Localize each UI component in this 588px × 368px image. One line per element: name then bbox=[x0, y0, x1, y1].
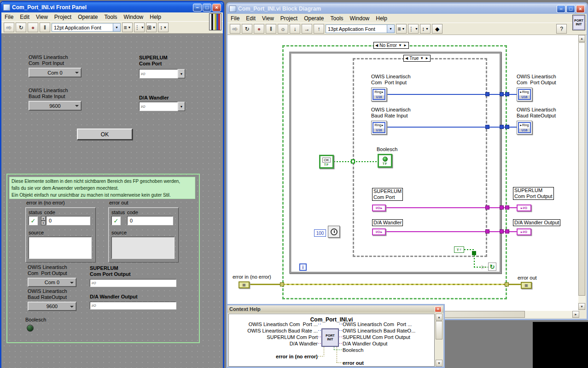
menu-view[interactable]: View bbox=[33, 13, 51, 21]
owis-baud-out-terminal[interactable]: ▸RingU16 bbox=[517, 121, 532, 134]
close-button[interactable]: × bbox=[435, 306, 442, 312]
dropdown-button[interactable]: ▼ bbox=[178, 69, 185, 78]
da-wandler-visa-terminal[interactable]: I/O▸ bbox=[372, 228, 386, 235]
loop-condition-terminal[interactable]: ↻ bbox=[488, 263, 496, 271]
iteration-terminal[interactable]: i bbox=[299, 263, 307, 271]
case-next-icon[interactable]: ► bbox=[403, 43, 407, 47]
da-out-terminal[interactable]: ▸I/O bbox=[517, 228, 531, 235]
increment-icon[interactable]: ▲ bbox=[41, 216, 46, 221]
align-objects-dropdown[interactable]: ≡▼ bbox=[122, 23, 133, 32]
reorder-dropdown[interactable]: ↕▼ bbox=[420, 24, 431, 34]
minimize-button[interactable]: – bbox=[557, 5, 565, 13]
inner-case-selector-label[interactable]: True bbox=[409, 56, 419, 61]
menu-operate[interactable]: Operate bbox=[75, 13, 101, 21]
wait-ms-constant[interactable]: 100 bbox=[314, 229, 326, 237]
vi-icon-pane[interactable] bbox=[209, 13, 221, 30]
run-continuous-button[interactable]: ↻ bbox=[242, 24, 252, 34]
error-in-code-field[interactable]: 0 bbox=[46, 216, 90, 225]
menu-window[interactable]: Window bbox=[347, 15, 373, 22]
owis-baud-in-terminal[interactable]: Ring▸U16 bbox=[371, 121, 387, 134]
owis-baud-in-dropdown[interactable]: 9600 bbox=[29, 101, 82, 111]
scroll-down-button[interactable]: ▼ bbox=[436, 360, 442, 367]
run-button[interactable]: ⇨ bbox=[4, 23, 14, 32]
code-spinner[interactable]: ▲ ▼ bbox=[41, 216, 46, 225]
chevron-down-icon[interactable]: ▼ bbox=[113, 23, 120, 31]
menu-help[interactable]: Help bbox=[373, 15, 390, 22]
context-help-scrollbar[interactable]: ▲ ▼ bbox=[436, 314, 442, 367]
menu-project[interactable]: Project bbox=[277, 15, 301, 22]
minimize-button[interactable]: – bbox=[193, 4, 202, 12]
dropdown-button[interactable]: ▼ bbox=[178, 102, 185, 111]
reorder-dropdown[interactable]: ↕▼ bbox=[158, 23, 169, 32]
pause-button[interactable]: ‖ bbox=[40, 23, 50, 32]
error-in-status-indicator[interactable]: ✓ bbox=[29, 216, 38, 225]
close-button[interactable]: × bbox=[212, 4, 221, 12]
run-button[interactable]: ⇨ bbox=[230, 24, 240, 34]
ok-button-terminal[interactable]: OK TF bbox=[319, 155, 334, 169]
superlum-out-terminal[interactable]: ▸I/O bbox=[517, 204, 531, 211]
context-help-titlebar[interactable]: Context Help × bbox=[227, 305, 443, 313]
block-diagram-titlebar[interactable]: Com_Port_INI.vi Block Diagram – □ × bbox=[227, 4, 587, 14]
menu-file[interactable]: File bbox=[1, 13, 17, 21]
menu-file[interactable]: File bbox=[227, 15, 243, 22]
menu-operate[interactable]: Operate bbox=[301, 15, 327, 22]
menu-window[interactable]: Window bbox=[121, 13, 147, 21]
error-out-terminal[interactable]: ▦ bbox=[521, 282, 532, 289]
scroll-thumb[interactable] bbox=[436, 321, 442, 339]
chevron-down-icon[interactable]: ▼ bbox=[387, 25, 394, 33]
vertical-scroll-thumb[interactable] bbox=[578, 42, 585, 296]
wait-ms-function[interactable] bbox=[328, 226, 340, 238]
owis-com-out-terminal[interactable]: ▸RingU16 bbox=[517, 88, 532, 101]
abort-button[interactable]: ● bbox=[254, 24, 264, 34]
run-continuous-button[interactable]: ↻ bbox=[16, 23, 26, 32]
da-wandler-combo[interactable]: I/O ▼ bbox=[139, 102, 185, 111]
menu-edit[interactable]: Edit bbox=[243, 15, 259, 22]
outer-case-selector-label[interactable]: No Error bbox=[379, 43, 397, 48]
distribute-objects-dropdown[interactable]: ⋮▼ bbox=[408, 24, 419, 34]
scroll-up-button[interactable]: ▲ bbox=[578, 35, 585, 42]
menu-help[interactable]: Help bbox=[146, 13, 164, 21]
close-button[interactable]: × bbox=[576, 5, 585, 13]
case-prev-icon[interactable]: ◀ bbox=[405, 56, 408, 60]
vi-icon-port-init[interactable]: PORT INIT bbox=[572, 15, 585, 30]
outer-case-selector[interactable]: ◀ No Error ▼ ► bbox=[373, 42, 409, 49]
front-panel-workspace[interactable]: OWIS Lineartisch Com Port Input Com 0 SU… bbox=[1, 34, 223, 368]
abort-button[interactable]: ● bbox=[28, 23, 38, 32]
decrement-icon[interactable]: ▼ bbox=[41, 221, 46, 225]
owis-com-in-terminal[interactable]: Ring▸U16 bbox=[371, 88, 387, 101]
scroll-up-button[interactable]: ▲ bbox=[436, 314, 442, 321]
restore-button[interactable]: □ bbox=[203, 4, 211, 12]
owis-com-in-dropdown[interactable]: Com 0 bbox=[29, 68, 82, 77]
resize-objects-dropdown[interactable]: ⊞▼ bbox=[146, 23, 157, 32]
chevron-down-icon[interactable]: ▼ bbox=[398, 43, 402, 47]
ok-button[interactable]: OK bbox=[77, 129, 133, 140]
chevron-down-icon[interactable]: ▼ bbox=[420, 56, 424, 60]
menu-project[interactable]: Project bbox=[51, 13, 75, 21]
menu-edit[interactable]: Edit bbox=[17, 13, 33, 21]
case-next-icon[interactable]: ► bbox=[425, 56, 429, 60]
error-in-terminal[interactable]: ▦ bbox=[239, 281, 250, 288]
distribute-objects-dropdown[interactable]: ⋮▼ bbox=[134, 23, 145, 32]
clean-up-diagram-button[interactable]: ◆ bbox=[432, 24, 442, 34]
front-panel-titlebar[interactable]: Com_Port_INI.vi Front Panel – □ × bbox=[1, 2, 223, 12]
diagram-workspace[interactable]: ◀ No Error ▼ ► ◀ True ▼ ► bbox=[227, 35, 580, 311]
restore-button[interactable]: □ bbox=[566, 5, 575, 13]
menu-tools[interactable]: Tools bbox=[327, 15, 347, 22]
step-out-button[interactable]: ↑ bbox=[314, 24, 324, 34]
step-into-button[interactable]: ↓ bbox=[290, 24, 300, 34]
menu-tools[interactable]: Tools bbox=[101, 13, 121, 21]
step-over-button[interactable]: → bbox=[302, 24, 312, 34]
scroll-right-button[interactable]: ► bbox=[572, 311, 579, 318]
help-button[interactable]: ? bbox=[556, 24, 567, 34]
boolesch-led-terminal[interactable]: TF bbox=[378, 154, 392, 168]
superlum-visa-terminal[interactable]: I/O▸ bbox=[372, 204, 386, 211]
align-objects-dropdown[interactable]: ≡▼ bbox=[396, 24, 407, 34]
scroll-down-button[interactable]: ▼ bbox=[578, 303, 585, 310]
menu-view[interactable]: View bbox=[259, 15, 277, 22]
true-constant[interactable]: TF bbox=[454, 246, 464, 253]
highlight-execution-button[interactable]: ☼ bbox=[278, 24, 288, 34]
inner-case-selector[interactable]: ◀ True ▼ ► bbox=[403, 55, 431, 62]
pause-button[interactable]: ‖ bbox=[266, 24, 276, 34]
error-in-source-field[interactable] bbox=[29, 237, 92, 259]
superlum-com-port-combo[interactable]: I/O ▼ bbox=[139, 69, 185, 78]
